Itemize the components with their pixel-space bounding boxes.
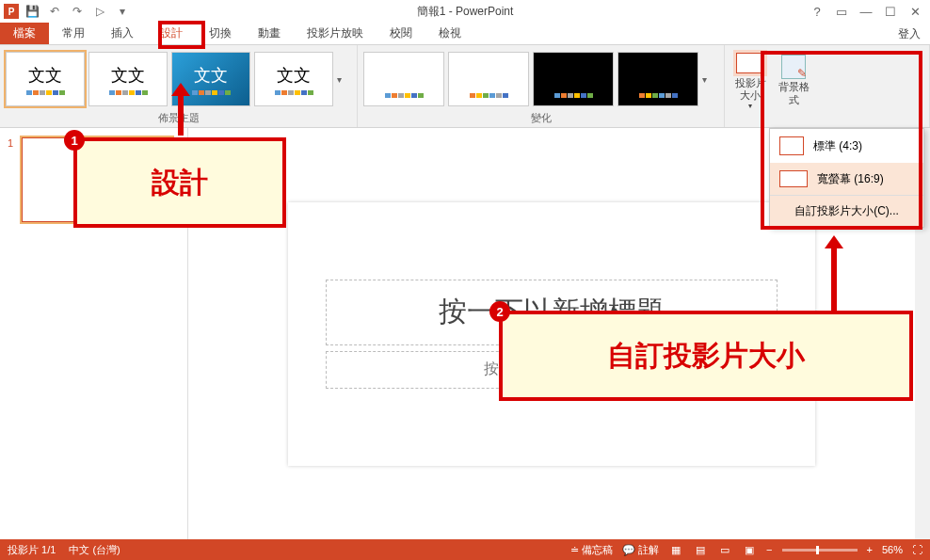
theme-thumb[interactable]: 文文 — [171, 52, 250, 106]
undo-icon[interactable]: ↶ — [45, 2, 64, 21]
save-icon[interactable]: 💾 — [23, 2, 41, 21]
tab-view[interactable]: 檢視 — [425, 23, 474, 44]
minimize-icon[interactable]: — — [855, 2, 877, 21]
zoom-level[interactable]: 56% — [882, 544, 903, 555]
size-standard-item[interactable]: 標準 (4:3) — [770, 129, 923, 163]
tab-design[interactable]: 設計 — [147, 23, 196, 44]
slide-panel: 1 — [0, 128, 188, 539]
variant-thumb[interactable] — [617, 52, 698, 106]
group-variants-label: 變化 — [363, 109, 718, 125]
zoom-slider[interactable] — [782, 549, 858, 552]
zoom-in-icon[interactable]: + — [867, 544, 873, 555]
tab-slideshow[interactable]: 投影片放映 — [294, 23, 377, 44]
qat-more-icon[interactable]: ▾ — [113, 2, 132, 21]
redo-icon[interactable]: ↷ — [68, 2, 87, 21]
variant-thumb[interactable] — [363, 52, 444, 106]
tab-review[interactable]: 校閱 — [377, 23, 425, 44]
ribbon: 文文 文文 文文 文文 ▾ 佈景主題 ▾ 變化 投影片大小 ▾ 背景格式 — [0, 45, 930, 128]
theme-thumb[interactable]: 文文 — [88, 52, 168, 106]
tab-animation[interactable]: 動畫 — [245, 23, 294, 44]
window-title: 簡報1 - PowerPoint — [417, 4, 514, 20]
theme-thumb[interactable]: 文文 — [254, 52, 333, 106]
tab-home[interactable]: 常用 — [49, 23, 98, 44]
slide-thumb-number: 1 — [8, 137, 13, 149]
notes-button[interactable]: ≐ 備忘稿 — [570, 543, 613, 557]
normal-view-icon[interactable]: ▦ — [668, 543, 683, 556]
slide-counter: 投影片 1/1 — [8, 543, 56, 557]
app-icon: P — [4, 4, 19, 19]
ribbon-tabs: 檔案 常用 插入 設計 切換 動畫 投影片放映 校閱 檢視 登入 — [0, 23, 930, 45]
language-indicator[interactable]: 中文 (台灣) — [69, 543, 120, 557]
status-bar: 投影片 1/1 中文 (台灣) ≐ 備忘稿 💬 註解 ▦ ▤ ▭ ▣ − + 5… — [0, 539, 930, 560]
slide-thumbnail[interactable] — [22, 137, 172, 222]
subtitle-placeholder[interactable]: 按一下以新增副標題 — [326, 351, 778, 389]
title-placeholder[interactable]: 按一下以新增標題 — [326, 280, 778, 345]
start-show-icon[interactable]: ▷ — [90, 2, 109, 21]
size-custom-item[interactable]: 自訂投影片大小(C)... — [770, 195, 923, 227]
size-wide-item[interactable]: 寬螢幕 (16:9) — [770, 163, 923, 195]
slide: 按一下以新增標題 按一下以新增副標題 — [288, 202, 815, 466]
title-bar: P 💾 ↶ ↷ ▷ ▾ 簡報1 - PowerPoint ? ▭ — ☐ ✕ — [0, 0, 930, 23]
help-icon[interactable]: ? — [806, 2, 828, 21]
variants-more-icon[interactable]: ▾ — [702, 74, 707, 85]
theme-thumb[interactable]: 文文 — [6, 52, 85, 106]
variant-thumb[interactable] — [448, 52, 529, 106]
sorter-view-icon[interactable]: ▤ — [693, 543, 708, 556]
tab-transition[interactable]: 切換 — [196, 23, 245, 44]
background-format-icon — [781, 55, 806, 79]
reading-view-icon[interactable]: ▭ — [717, 543, 732, 556]
variant-thumb[interactable] — [533, 52, 614, 106]
aspect-4-3-icon — [779, 136, 804, 155]
slide-size-button[interactable]: 投影片大小 ▾ — [730, 51, 770, 111]
aspect-16-9-icon — [779, 170, 808, 187]
maximize-icon[interactable]: ☐ — [879, 2, 902, 21]
background-format-button[interactable]: 背景格式 — [774, 55, 813, 105]
close-icon[interactable]: ✕ — [904, 2, 926, 21]
ribbon-options-icon[interactable]: ▭ — [830, 2, 853, 21]
slideshow-view-icon[interactable]: ▣ — [742, 543, 757, 556]
zoom-out-icon[interactable]: − — [766, 544, 772, 555]
fit-to-window-icon[interactable]: ⛶ — [912, 544, 922, 555]
slide-size-icon — [736, 53, 764, 73]
login-link[interactable]: 登入 — [898, 26, 921, 42]
slide-size-menu: 標準 (4:3) 寬螢幕 (16:9) 自訂投影片大小(C)... — [769, 128, 924, 228]
tab-file[interactable]: 檔案 — [0, 23, 49, 44]
comments-button[interactable]: 💬 註解 — [622, 543, 659, 557]
themes-more-icon[interactable]: ▾ — [337, 74, 342, 85]
group-themes-label: 佈景主題 — [6, 109, 351, 125]
tab-insert[interactable]: 插入 — [98, 23, 147, 44]
